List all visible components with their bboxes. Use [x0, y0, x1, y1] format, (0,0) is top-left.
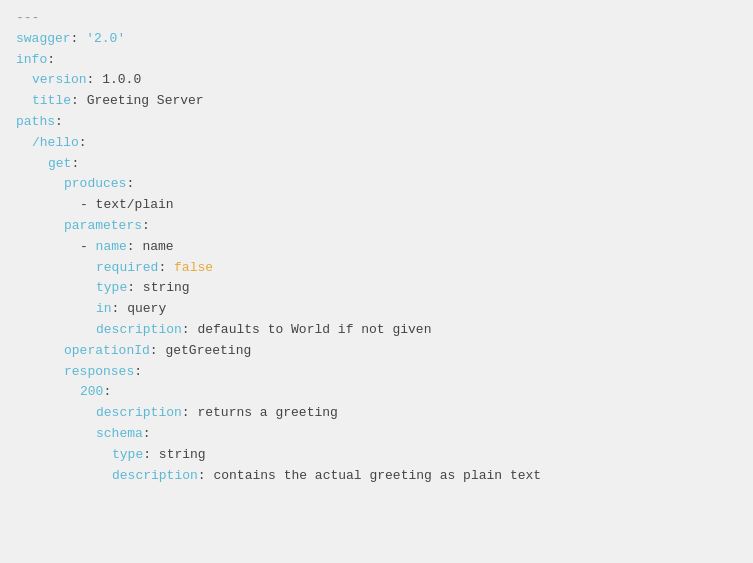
yaml-key: get: [48, 154, 71, 175]
yaml-key: paths: [16, 112, 55, 133]
yaml-plain: :: [79, 133, 87, 154]
code-line: description: contains the actual greetin…: [16, 466, 737, 487]
yaml-plain: :: [142, 216, 150, 237]
yaml-key: name: [96, 237, 127, 258]
yaml-key: in: [96, 299, 112, 320]
yaml-key: type: [96, 278, 127, 299]
code-line: produces:: [16, 174, 737, 195]
code-line: title: Greeting Server: [16, 91, 737, 112]
yaml-comment: ---: [16, 8, 39, 29]
code-editor: ---swagger: '2.0'info:version: 1.0.0titl…: [0, 0, 753, 563]
yaml-key: 200: [80, 382, 103, 403]
yaml-bool-value: false: [174, 258, 213, 279]
yaml-plain: :: [127, 237, 143, 258]
yaml-plain: :: [143, 424, 151, 445]
yaml-key: version: [32, 70, 87, 91]
yaml-key: type: [112, 445, 143, 466]
code-line: schema:: [16, 424, 737, 445]
yaml-plain: :: [150, 341, 166, 362]
code-line: version: 1.0.0: [16, 70, 737, 91]
code-line: get:: [16, 154, 737, 175]
yaml-plain: :: [103, 382, 111, 403]
yaml-plain: text/plain: [96, 195, 174, 216]
code-line: ---: [16, 8, 737, 29]
yaml-key: description: [112, 466, 198, 487]
yaml-plain: :: [71, 91, 87, 112]
code-line: operationId: getGreeting: [16, 341, 737, 362]
code-line: required: false: [16, 258, 737, 279]
code-line: type: string: [16, 445, 737, 466]
yaml-key: /hello: [32, 133, 79, 154]
code-line: /hello:: [16, 133, 737, 154]
yaml-plain: string: [159, 445, 206, 466]
yaml-plain: :: [182, 403, 198, 424]
yaml-dash: -: [80, 195, 96, 216]
yaml-key: description: [96, 320, 182, 341]
yaml-plain: :: [134, 362, 142, 383]
yaml-plain: :: [112, 299, 128, 320]
code-line: description: defaults to World if not gi…: [16, 320, 737, 341]
yaml-key: info: [16, 50, 47, 71]
yaml-plain: :: [126, 174, 134, 195]
yaml-plain: :: [87, 70, 103, 91]
code-line: - text/plain: [16, 195, 737, 216]
code-line: in: query: [16, 299, 737, 320]
yaml-key: schema: [96, 424, 143, 445]
code-line: type: string: [16, 278, 737, 299]
code-line: parameters:: [16, 216, 737, 237]
yaml-plain: :: [158, 258, 174, 279]
code-line: 200:: [16, 382, 737, 403]
code-line: paths:: [16, 112, 737, 133]
yaml-key: title: [32, 91, 71, 112]
code-line: - name: name: [16, 237, 737, 258]
code-line: description: returns a greeting: [16, 403, 737, 424]
yaml-plain: :: [127, 278, 143, 299]
yaml-plain: Greeting Server: [87, 91, 204, 112]
yaml-plain: string: [143, 278, 190, 299]
yaml-key: operationId: [64, 341, 150, 362]
yaml-plain: :: [71, 29, 87, 50]
yaml-plain: :: [143, 445, 159, 466]
yaml-string-value: '2.0': [86, 29, 125, 50]
yaml-plain: defaults to World if not given: [197, 320, 431, 341]
yaml-plain: query: [127, 299, 166, 320]
yaml-key: swagger: [16, 29, 71, 50]
yaml-key: description: [96, 403, 182, 424]
yaml-plain: :: [47, 50, 55, 71]
yaml-plain: contains the actual greeting as plain te…: [213, 466, 541, 487]
yaml-plain: :: [182, 320, 198, 341]
yaml-plain: 1.0.0: [102, 70, 141, 91]
yaml-key: required: [96, 258, 158, 279]
yaml-plain: getGreeting: [165, 341, 251, 362]
code-line: info:: [16, 50, 737, 71]
yaml-plain: name: [142, 237, 173, 258]
yaml-key: produces: [64, 174, 126, 195]
yaml-key: responses: [64, 362, 134, 383]
yaml-plain: :: [55, 112, 63, 133]
yaml-plain: :: [71, 154, 79, 175]
yaml-plain: :: [198, 466, 214, 487]
yaml-plain: returns a greeting: [197, 403, 337, 424]
code-content: ---swagger: '2.0'info:version: 1.0.0titl…: [16, 8, 737, 486]
yaml-dash: -: [80, 237, 96, 258]
yaml-key: parameters: [64, 216, 142, 237]
code-line: responses:: [16, 362, 737, 383]
code-line: swagger: '2.0': [16, 29, 737, 50]
